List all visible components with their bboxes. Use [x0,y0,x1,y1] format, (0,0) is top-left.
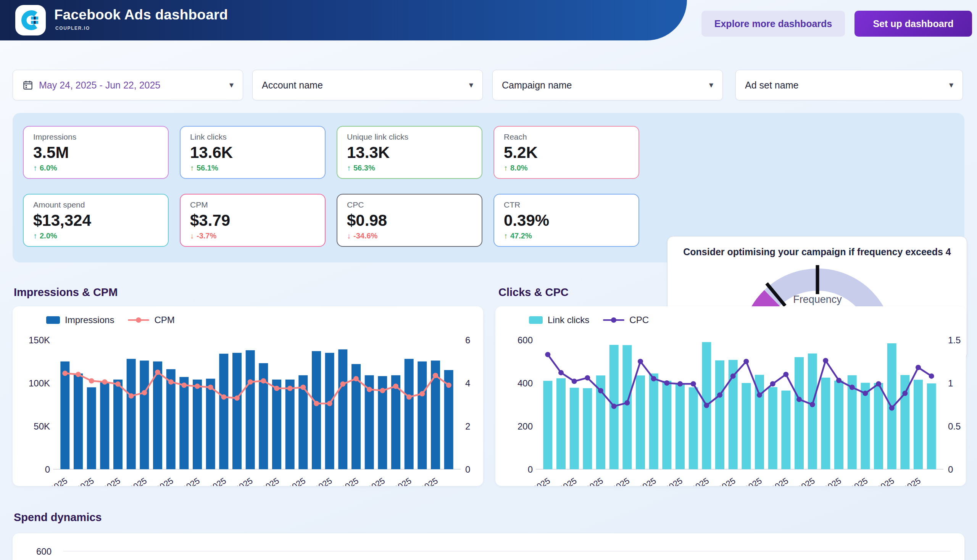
bar [127,359,136,469]
line-dot [810,402,815,407]
legend-label: Link clicks [548,315,589,325]
kpi-value: 0.39% [504,212,629,228]
bar [715,360,724,469]
explore-more-dashboards-button[interactable]: Explore more dashboards [701,11,845,37]
bar [874,383,883,469]
legend-line-dot [136,317,141,323]
kpi-value: 13.6K [190,145,315,161]
bar [100,382,109,469]
kpi-card-cpc: CPC $0.98 ↓-34.6% [337,194,483,247]
gridline [63,551,951,552]
bar [742,383,751,469]
line-dot [168,379,174,385]
bar [338,350,347,469]
kpi-label: CTR [504,200,629,210]
line-dot [248,379,253,385]
bar [140,360,149,469]
bar [662,381,671,469]
section-title-spend-dynamics: Spend dynamics [14,511,102,524]
kpi-label: Reach [504,132,629,142]
left-axis-tick: 100K [28,378,50,388]
bar [418,362,427,470]
app-header: Facebook Ads dashboard COUPLER.IO [0,0,687,40]
bar [232,353,242,469]
bar [193,380,202,469]
section-title-clicks-cpc: Clicks & CPC [498,286,569,299]
bar [246,350,255,469]
right-axis-tick: 4 [465,378,470,388]
line-dot [889,405,895,411]
kpi-delta-value: -3.7% [197,232,216,240]
line-dot [340,382,346,387]
account-name-dropdown[interactable]: Account name ▾ [252,70,483,100]
kpi-value: $13,324 [33,212,159,228]
impressions-cpm-chart-card: ImpressionsCPM 050K100K150K0246May 24, 2… [13,306,483,486]
kpi-label: Amount spend [33,200,159,210]
line-dot [558,370,564,375]
clicks-cpc-chart-card: Link clicksCPC 020040060000.511.5May 24,… [495,306,966,486]
left-axis-tick: 150K [28,335,50,345]
chart-legend: Link clicksCPC [529,315,649,325]
brand-subtitle: COUPLER.IO [55,25,90,31]
kpi-card-ctr: CTR 0.39% ↑47.2% [493,194,639,247]
line-dot [730,373,736,379]
section-title-impressions-cpm: Impressions & CPM [14,286,117,299]
bar [87,387,96,469]
trend-arrow-icon: ↑ [504,232,508,240]
kpi-value: $3.79 [190,212,315,228]
line-dot [314,401,319,406]
bar [325,353,334,469]
bar [206,379,215,469]
bar [689,387,698,469]
bar-series [543,342,936,469]
line-dot [797,397,802,402]
line-dot [181,383,187,388]
bar [73,373,83,469]
chart-canvas: 050K100K150K0246May 24, 2025May 26, 2025… [13,306,483,486]
date-range-picker[interactable]: May 24, 2025 - Jun 22, 2025 ▾ [13,70,243,100]
kpi-value: 5.2K [504,145,629,161]
line-dot [406,395,412,400]
line-dot [102,379,107,385]
line-dot [823,358,828,363]
left-axis-tick: 0 [528,464,533,475]
kpi-value: 3.5M [33,145,159,161]
bar [623,345,631,469]
bar [312,351,321,469]
line-dot [902,391,907,396]
left-axis-tick: 600 [518,335,533,345]
right-axis-tick: 0.5 [948,421,960,432]
bar [795,357,804,469]
right-axis-tick: 1.5 [948,335,960,345]
kpi-label: CPC [347,200,472,210]
line-dot [221,395,226,400]
legend-bar-swatch [46,316,60,324]
line-dot [585,375,590,380]
left-axis-tick: 200 [518,421,533,432]
trend-arrow-icon: ↑ [190,163,194,172]
line-dot [195,384,200,389]
left-axis-tick: 50K [33,421,50,432]
line-dot [757,393,762,398]
kpi-card-amount-spend: Amount spend $13,324 ↑2.0% [23,194,169,247]
legend-label: CPC [629,315,649,325]
kpi-card-reach: Reach 5.2K ↑8.0% [493,126,639,179]
line-dot [598,388,603,393]
line-dot [862,391,868,396]
ad-set-name-dropdown[interactable]: Ad set name ▾ [735,70,963,100]
line-dot [876,381,881,387]
kpi-value: 13.3K [347,145,472,161]
kpi-card-cpm: CPM $3.79 ↓-3.7% [180,194,326,247]
set-up-dashboard-button[interactable]: Set up dashboard [855,11,972,37]
bar [834,381,843,469]
kpi-delta: ↑47.2% [504,232,629,240]
kpi-delta-value: 56.3% [353,163,375,172]
trend-arrow-icon: ↓ [190,232,194,240]
line-dot [75,372,81,377]
chart-legend: ImpressionsCPM [46,315,175,325]
trend-arrow-icon: ↓ [347,232,351,240]
line-dot [353,376,359,382]
campaign-name-dropdown[interactable]: Campaign name ▾ [492,70,723,100]
bar [570,388,579,469]
bar [649,373,658,469]
